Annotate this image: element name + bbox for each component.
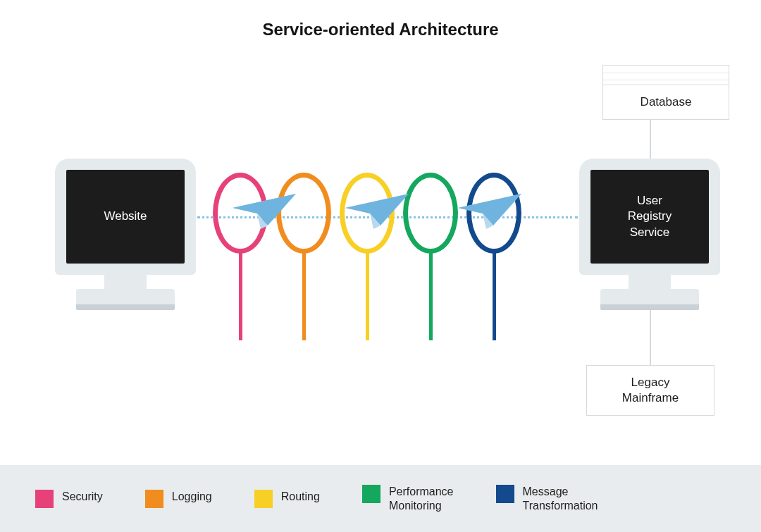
legend-swatch-icon <box>35 490 54 508</box>
legend-item-performance-monitoring: Performance Monitoring <box>362 485 454 513</box>
legend-swatch-icon <box>496 485 514 503</box>
legend-item-message-transformation: Message Transformation <box>496 485 598 513</box>
user-registry-service-node: User Registry Service <box>579 159 720 310</box>
database-top-icon <box>602 65 729 85</box>
monitor-base-icon <box>76 289 175 304</box>
monitor-screen-icon: User Registry Service <box>579 159 720 275</box>
diagram-canvas: Website <box>0 42 761 458</box>
paper-plane-icon <box>458 187 528 236</box>
svg-marker-4 <box>345 194 409 225</box>
svg-marker-1 <box>233 194 296 225</box>
connector-db-to-service <box>650 120 651 159</box>
diagram-title: Service-oriented Architecture <box>0 20 761 39</box>
paper-plane-icon <box>233 187 303 236</box>
monitor-foot-icon <box>600 304 699 310</box>
legacy-mainframe-node: Legacy Mainframe <box>586 365 714 416</box>
legend-label: Security <box>62 490 103 504</box>
legend-label: Logging <box>172 490 212 504</box>
svg-marker-7 <box>458 194 521 225</box>
monitor-foot-icon <box>76 304 175 310</box>
legend-label: Performance Monitoring <box>389 485 454 513</box>
legacy-mainframe-label: Legacy Mainframe <box>622 375 679 406</box>
website-node: Website <box>55 159 196 310</box>
user-registry-service-label: User Registry Service <box>590 170 709 264</box>
website-label: Website <box>66 170 185 264</box>
database-node: Database <box>602 85 729 120</box>
monitor-neck-icon <box>104 275 147 289</box>
stick-icon <box>493 252 496 340</box>
legend-item-logging: Logging <box>145 490 212 508</box>
stick-icon <box>366 252 369 340</box>
database-label: Database <box>641 95 692 109</box>
legend-item-routing: Routing <box>254 490 320 508</box>
monitor-base-icon <box>600 289 699 304</box>
legend-swatch-icon <box>254 490 273 508</box>
stick-icon <box>239 252 242 340</box>
legend: Security Logging Routing Performance Mon… <box>0 465 761 532</box>
connector-service-to-legacy <box>650 310 651 365</box>
stick-icon <box>429 252 433 340</box>
paper-plane-icon <box>345 187 416 236</box>
legend-item-security: Security <box>35 490 103 508</box>
stick-icon <box>302 252 306 340</box>
legend-label: Message Transformation <box>523 485 598 513</box>
legend-swatch-icon <box>362 485 380 503</box>
legend-label: Routing <box>281 490 320 504</box>
monitor-neck-icon <box>629 275 671 289</box>
monitor-screen-icon: Website <box>55 159 196 275</box>
legend-swatch-icon <box>145 490 163 508</box>
